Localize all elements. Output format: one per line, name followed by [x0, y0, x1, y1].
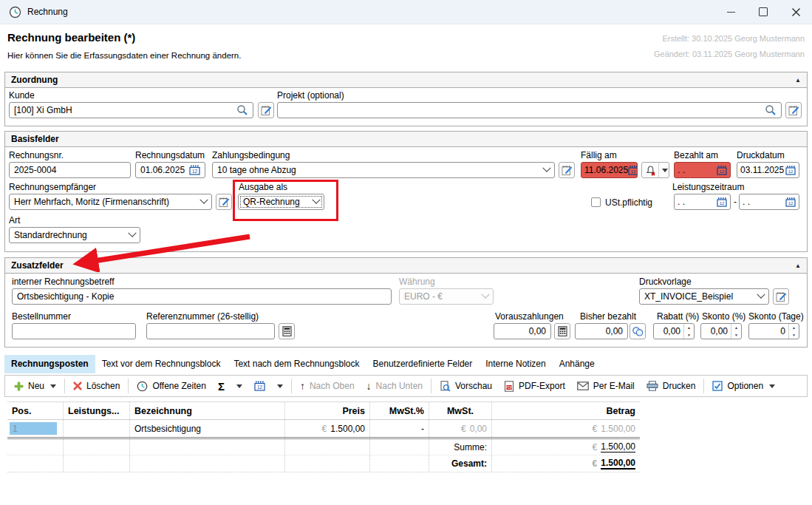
projekt-edit-button[interactable]	[785, 102, 802, 118]
svg-text:12: 12	[631, 169, 636, 174]
calendar-icon[interactable]: 12	[628, 166, 638, 175]
per-email-button[interactable]: Per E-Mail	[571, 381, 641, 391]
pos-cell-selected[interactable]: 1	[10, 422, 57, 435]
col-betrag[interactable]: Betrag	[491, 402, 640, 419]
tab-benutzerdefinierte-felder[interactable]: Benutzerdefinierte Felder	[366, 355, 480, 373]
ausgabe-value: QR-Rechnung	[243, 197, 300, 207]
referenznummer-calc-button[interactable]	[279, 323, 295, 339]
minimize-button[interactable]	[714, 0, 747, 24]
stepper-buttons[interactable]: ▲▼	[731, 324, 741, 339]
col-mwst-pct[interactable]: MwSt.%	[369, 402, 429, 419]
leistung-bis-input[interactable]: . . 12	[739, 194, 799, 210]
preis-cell[interactable]: €1.500,00	[284, 420, 369, 437]
stepper-buttons[interactable]: ▲▼	[788, 324, 799, 339]
table-row[interactable]: 1 Ortsbesichtigung €1.500,00 - €0,00 €1.…	[7, 420, 640, 439]
tab-text-vor[interactable]: Text vor dem Rechnungsblock	[95, 355, 228, 373]
section-zusatzfelder-header[interactable]: Zusatzfelder ▲	[5, 258, 807, 274]
druckdatum-input[interactable]: 03.11.2025 12	[737, 162, 799, 178]
bestellnummer-input[interactable]	[12, 323, 136, 339]
neu-button[interactable]: Neu	[8, 381, 62, 391]
art-label: Art	[9, 215, 20, 226]
empfaenger-edit-button[interactable]	[216, 194, 232, 210]
checkbox-check-icon	[712, 381, 723, 391]
calendar-icon[interactable]: 12	[785, 166, 796, 175]
faellig-input[interactable]: 11.06.2025 12	[581, 162, 638, 178]
created-info: Erstellt: 30.10.2025 Georg Mustermann	[662, 34, 805, 43]
projekt-input[interactable]	[277, 102, 782, 118]
voraus-calc-button[interactable]	[554, 323, 570, 339]
ust-checkbox[interactable]	[591, 197, 601, 207]
offene-zeiten-button[interactable]: Offene Zeiten	[131, 381, 212, 392]
col-leistung[interactable]: Leistungs...	[63, 402, 129, 419]
druckvorlage-select[interactable]: XT_INVOICE_Beispiel	[639, 288, 769, 305]
mwst-pct-cell[interactable]: -	[369, 420, 429, 437]
edit-icon	[562, 165, 573, 176]
collapse-icon[interactable]: ▲	[795, 77, 801, 84]
kunde-input[interactable]: [100] Xi GmbH	[9, 102, 253, 118]
calendar-icon[interactable]: 12	[717, 166, 727, 175]
druckvorlage-edit-button[interactable]	[773, 288, 789, 305]
referenznummer-input[interactable]	[146, 323, 275, 339]
calendar-icon[interactable]: 12	[189, 165, 200, 175]
zahlungsbedingung-select[interactable]: 10 tage ohne Abzug	[212, 162, 555, 178]
bisher-input[interactable]: 0,00	[575, 323, 628, 339]
kunde-edit-button[interactable]	[258, 102, 274, 118]
close-button[interactable]	[779, 0, 812, 24]
col-mwst[interactable]: MwSt.	[429, 402, 491, 419]
section-zuordnung-header[interactable]: Zuordnung ▲	[5, 72, 807, 88]
section-basisfelder-header[interactable]: Basisfelder	[5, 132, 807, 147]
betreff-input[interactable]: Ortsbesichtigung - Kopie	[12, 288, 392, 305]
skonto-tage-stepper[interactable]: 0 ▲▼	[748, 323, 799, 339]
calendar-icon[interactable]: 12	[785, 197, 796, 207]
calendar-tool-button[interactable]: 12	[248, 381, 289, 391]
search-icon[interactable]	[236, 104, 248, 116]
leistung-von-input[interactable]: . . 12	[674, 194, 731, 210]
rechnungsdatum-input[interactable]: 01.06.2025 12	[135, 162, 205, 178]
ausgabe-select[interactable]: QR-Rechnung	[238, 194, 324, 210]
reminder-split-button[interactable]	[641, 162, 669, 178]
bezahlt-input[interactable]: . . 12	[674, 162, 731, 178]
coins-icon	[632, 326, 644, 336]
rabatt-stepper[interactable]: 0,00 ▲▼	[653, 323, 695, 339]
app-clock-icon	[9, 6, 21, 18]
maximize-button[interactable]	[747, 0, 779, 24]
delete-x-icon	[73, 382, 82, 390]
nach-unten-button[interactable]: ↓ Nach Unten	[361, 380, 429, 392]
skonto-stepper[interactable]: 0,00 ▲▼	[700, 323, 742, 339]
zahlungsbedingung-edit-button[interactable]	[559, 162, 575, 178]
pdf-export-button[interactable]: PDF PDF-Export	[498, 381, 571, 392]
nach-oben-button[interactable]: ↑ Nach Oben	[294, 380, 361, 392]
calendar-icon[interactable]: 12	[717, 197, 727, 207]
col-bezeichnung[interactable]: Bezeichnung	[129, 402, 284, 419]
sum-button[interactable]: Σ	[212, 380, 248, 393]
leistung-cell[interactable]	[63, 420, 129, 437]
search-icon[interactable]	[765, 104, 777, 116]
loeschen-button[interactable]: Löschen	[67, 381, 126, 391]
rechnungsnr-input[interactable]: 2025-0004	[9, 162, 131, 178]
bisher-label: Bisher bezahlt	[580, 311, 636, 322]
drucken-button[interactable]: Drucken	[641, 381, 702, 391]
empfaenger-select[interactable]: Herr Mehrfach, Moritz (Firmenanschrift)	[9, 194, 212, 210]
mwst-cell[interactable]: €0,00	[429, 420, 491, 437]
skonto-label: Skonto (%)	[702, 311, 746, 322]
invoice-items-table: Pos. Leistungs... Bezeichnung Preis MwSt…	[7, 401, 640, 472]
art-select[interactable]: Standardrechnung	[9, 227, 140, 243]
collapse-icon[interactable]: ▲	[795, 262, 801, 269]
tab-text-nach[interactable]: Text nach dem Rechnungsblock	[227, 355, 366, 373]
betreff-value: Ortsbesichtigung - Kopie	[17, 291, 114, 302]
voraus-input[interactable]: 0,00	[494, 323, 551, 339]
bisher-payments-button[interactable]	[630, 323, 646, 339]
ausgabe-label: Ausgabe als	[239, 182, 287, 192]
betrag-cell[interactable]: €1.500,00	[491, 420, 640, 437]
col-preis[interactable]: Preis	[284, 402, 369, 419]
optionen-button[interactable]: Optionen	[706, 381, 781, 391]
tab-anhaenge[interactable]: Anhänge	[553, 355, 601, 373]
vorschau-button[interactable]: Vorschau	[434, 381, 498, 392]
printer-icon	[646, 381, 658, 391]
col-pos[interactable]: Pos.	[7, 402, 63, 419]
tab-interne-notizen[interactable]: Interne Notizen	[479, 355, 552, 373]
bezeichnung-cell[interactable]: Ortsbesichtigung	[129, 420, 284, 437]
stepper-buttons[interactable]: ▲▼	[683, 324, 694, 339]
calculator-icon	[558, 326, 567, 336]
tab-rechnungsposten[interactable]: Rechnungsposten	[4, 355, 95, 373]
